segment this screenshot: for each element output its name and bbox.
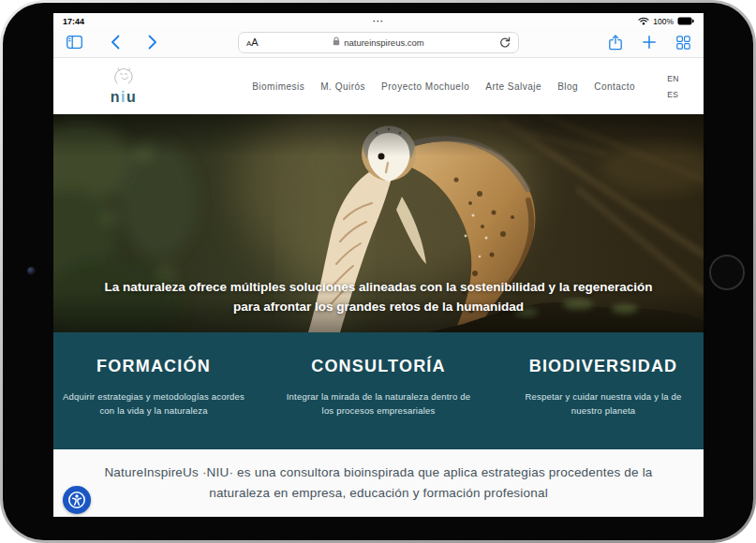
nav-item-m-quiros[interactable]: M. Quirós — [320, 81, 365, 92]
screen: 17:44 ··· 100% — [53, 13, 704, 517]
pillars-section: FORMACIÓN Adquirir estrategias y metodol… — [53, 332, 704, 449]
multitask-dots-icon: ··· — [53, 17, 704, 26]
pillar-description: Adquirir estrategias y metodologías acor… — [60, 390, 247, 418]
language-switcher: EN ES — [667, 74, 679, 99]
nav-item-biomimesis[interactable]: Biomimesis — [252, 81, 304, 92]
hero-image: La naturaleza ofrece múltiples solucione… — [53, 114, 704, 332]
tabs-overview-icon[interactable] — [676, 36, 690, 50]
pillar-description: Respetar y cuidar nuestra vida y la de n… — [510, 390, 697, 418]
lang-en[interactable]: EN — [667, 74, 679, 83]
back-icon[interactable] — [111, 35, 120, 50]
nav-item-proyecto-mochuelo[interactable]: Proyecto Mochuelo — [381, 81, 469, 92]
pillar-description: Integrar la mirada de la naturaleza dent… — [285, 390, 472, 418]
status-bar: 17:44 ··· 100% — [53, 13, 704, 27]
pillar-consultoria: CONSULTORÍA Integrar la mirada de la nat… — [279, 357, 478, 449]
reload-icon[interactable] — [499, 37, 511, 49]
browser-toolbar: AA natureinspireus.com — [53, 27, 704, 58]
front-camera — [27, 267, 36, 275]
nav-item-blog[interactable]: Blog — [557, 81, 578, 92]
site-logo[interactable]: niu — [108, 67, 140, 105]
address-bar[interactable]: AA natureinspireus.com — [238, 32, 519, 53]
pillar-biodiversidad: BIODIVERSIDAD Respetar y cuidar nuestra … — [504, 357, 703, 449]
pillar-title: FORMACIÓN — [54, 357, 253, 376]
hero-caption-text: La naturaleza ofrece múltiples solucione… — [97, 278, 660, 317]
site-header: niu Biomimesis M. Quirós Proyecto Mochue… — [53, 58, 704, 114]
home-button[interactable] — [709, 255, 745, 290]
lock-icon — [333, 37, 340, 48]
new-tab-icon[interactable] — [643, 36, 656, 49]
main-nav: Biomimesis M. Quirós Proyecto Mochuelo A… — [252, 81, 635, 92]
tablet-bezel: 17:44 ··· 100% — [3, 3, 753, 540]
tablet-frame: 17:44 ··· 100% — [0, 0, 756, 543]
lang-es[interactable]: ES — [667, 90, 679, 99]
pillar-title: BIODIVERSIDAD — [504, 357, 703, 376]
forward-icon[interactable] — [148, 35, 157, 50]
nav-item-contacto[interactable]: Contacto — [594, 81, 635, 92]
pillar-formacion: FORMACIÓN Adquirir estrategias y metodol… — [54, 357, 253, 449]
logo-owl-sketch-icon — [108, 67, 140, 89]
logo-wordmark: niu — [111, 90, 138, 105]
about-section: NatureInspireUs ·NIU· es una consultora … — [53, 449, 704, 517]
nav-item-arte-salvaje[interactable]: Arte Salvaje — [485, 81, 541, 92]
sidebar-icon[interactable] — [67, 36, 82, 49]
url-text: natureinspireus.com — [344, 37, 424, 48]
about-text: NatureInspireUs ·NIU· es una consultora … — [97, 462, 660, 517]
accessibility-widget-button[interactable] — [63, 486, 91, 514]
share-icon[interactable] — [609, 35, 622, 51]
hero-caption: La naturaleza ofrece múltiples solucione… — [53, 278, 704, 317]
pillar-title: CONSULTORÍA — [279, 357, 478, 376]
